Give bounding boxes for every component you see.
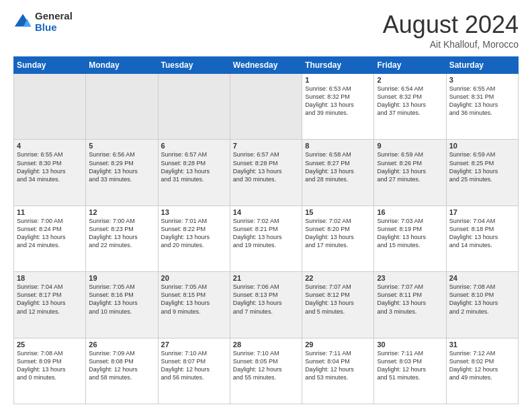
calendar-cell: 23Sunrise: 7:07 AM Sunset: 8:11 PM Dayli… bbox=[374, 272, 446, 338]
day-number: 3 bbox=[449, 76, 515, 84]
day-content: Sunrise: 7:11 AM Sunset: 8:04 PM Dayligh… bbox=[305, 349, 371, 382]
calendar-cell: 11Sunrise: 7:00 AM Sunset: 8:24 PM Dayli… bbox=[14, 205, 86, 271]
calendar-cell: 27Sunrise: 7:10 AM Sunset: 8:07 PM Dayli… bbox=[158, 338, 230, 404]
calendar-cell bbox=[230, 74, 302, 140]
day-content: Sunrise: 6:56 AM Sunset: 8:29 PM Dayligh… bbox=[89, 150, 154, 183]
day-number: 5 bbox=[89, 142, 154, 150]
day-number: 29 bbox=[305, 340, 371, 349]
day-content: Sunrise: 7:00 AM Sunset: 8:23 PM Dayligh… bbox=[89, 217, 154, 250]
day-number: 12 bbox=[89, 208, 154, 216]
day-content: Sunrise: 6:54 AM Sunset: 8:32 PM Dayligh… bbox=[377, 85, 443, 118]
calendar-cell: 22Sunrise: 7:07 AM Sunset: 8:12 PM Dayli… bbox=[302, 272, 374, 338]
calendar-cell: 31Sunrise: 7:12 AM Sunset: 8:02 PM Dayli… bbox=[446, 338, 518, 404]
day-number: 21 bbox=[233, 274, 299, 282]
calendar-cell: 9Sunrise: 6:59 AM Sunset: 8:26 PM Daylig… bbox=[374, 140, 446, 205]
day-content: Sunrise: 7:06 AM Sunset: 8:13 PM Dayligh… bbox=[233, 283, 299, 316]
day-content: Sunrise: 7:09 AM Sunset: 8:08 PM Dayligh… bbox=[89, 349, 154, 382]
calendar-cell: 25Sunrise: 7:08 AM Sunset: 8:09 PM Dayli… bbox=[14, 338, 86, 404]
calendar-header: Sunday Monday Tuesday Wednesday Thursday… bbox=[14, 57, 519, 74]
day-number: 27 bbox=[161, 340, 227, 349]
col-monday: Monday bbox=[86, 57, 158, 74]
day-number: 10 bbox=[449, 142, 515, 150]
day-number: 28 bbox=[233, 340, 299, 349]
day-number: 6 bbox=[161, 142, 227, 150]
col-thursday: Thursday bbox=[302, 57, 374, 74]
calendar-week-3: 11Sunrise: 7:00 AM Sunset: 8:24 PM Dayli… bbox=[14, 205, 519, 271]
day-number: 4 bbox=[17, 142, 83, 150]
calendar-cell: 12Sunrise: 7:00 AM Sunset: 8:23 PM Dayli… bbox=[86, 205, 158, 271]
calendar-table: Sunday Monday Tuesday Wednesday Thursday… bbox=[13, 56, 519, 404]
logo-blue: Blue bbox=[35, 22, 73, 34]
day-content: Sunrise: 7:05 AM Sunset: 8:15 PM Dayligh… bbox=[161, 283, 227, 316]
day-number: 9 bbox=[377, 142, 443, 150]
day-number: 16 bbox=[377, 208, 443, 216]
day-number: 19 bbox=[89, 274, 154, 282]
day-number: 18 bbox=[17, 274, 83, 282]
col-saturday: Saturday bbox=[446, 57, 518, 74]
day-content: Sunrise: 7:10 AM Sunset: 8:07 PM Dayligh… bbox=[161, 349, 227, 382]
day-content: Sunrise: 7:03 AM Sunset: 8:19 PM Dayligh… bbox=[377, 217, 443, 250]
calendar-cell: 26Sunrise: 7:09 AM Sunset: 8:08 PM Dayli… bbox=[86, 338, 158, 404]
day-number: 2 bbox=[377, 76, 443, 84]
calendar-cell: 14Sunrise: 7:02 AM Sunset: 8:21 PM Dayli… bbox=[230, 205, 302, 271]
calendar-cell bbox=[158, 74, 230, 140]
day-content: Sunrise: 7:07 AM Sunset: 8:12 PM Dayligh… bbox=[305, 283, 371, 316]
day-content: Sunrise: 6:57 AM Sunset: 8:28 PM Dayligh… bbox=[233, 150, 299, 183]
day-content: Sunrise: 6:59 AM Sunset: 8:25 PM Dayligh… bbox=[449, 150, 515, 183]
calendar-cell: 17Sunrise: 7:04 AM Sunset: 8:18 PM Dayli… bbox=[446, 205, 518, 271]
day-number: 23 bbox=[377, 274, 443, 282]
calendar-week-5: 25Sunrise: 7:08 AM Sunset: 8:09 PM Dayli… bbox=[14, 338, 519, 404]
day-content: Sunrise: 7:11 AM Sunset: 8:03 PM Dayligh… bbox=[377, 349, 443, 382]
day-number: 11 bbox=[17, 208, 83, 216]
calendar-cell: 10Sunrise: 6:59 AM Sunset: 8:25 PM Dayli… bbox=[446, 140, 518, 205]
logo-icon bbox=[13, 13, 32, 32]
day-content: Sunrise: 7:07 AM Sunset: 8:11 PM Dayligh… bbox=[377, 283, 443, 316]
calendar-cell: 29Sunrise: 7:11 AM Sunset: 8:04 PM Dayli… bbox=[302, 338, 374, 404]
day-content: Sunrise: 7:02 AM Sunset: 8:20 PM Dayligh… bbox=[305, 217, 371, 250]
calendar-cell: 20Sunrise: 7:05 AM Sunset: 8:15 PM Dayli… bbox=[158, 272, 230, 338]
calendar-cell: 24Sunrise: 7:08 AM Sunset: 8:10 PM Dayli… bbox=[446, 272, 518, 338]
day-content: Sunrise: 6:57 AM Sunset: 8:28 PM Dayligh… bbox=[161, 150, 227, 183]
header: General Blue August 2024 Ait Khallouf, M… bbox=[13, 11, 519, 50]
day-content: Sunrise: 7:05 AM Sunset: 8:16 PM Dayligh… bbox=[89, 283, 154, 316]
day-content: Sunrise: 7:08 AM Sunset: 8:10 PM Dayligh… bbox=[449, 283, 515, 316]
calendar-cell: 3Sunrise: 6:55 AM Sunset: 8:31 PM Daylig… bbox=[446, 74, 518, 140]
day-content: Sunrise: 6:59 AM Sunset: 8:26 PM Dayligh… bbox=[377, 150, 443, 183]
month-year-title: August 2024 bbox=[383, 11, 519, 39]
calendar-cell: 15Sunrise: 7:02 AM Sunset: 8:20 PM Dayli… bbox=[302, 205, 374, 271]
day-number: 26 bbox=[89, 340, 154, 349]
day-content: Sunrise: 7:08 AM Sunset: 8:09 PM Dayligh… bbox=[17, 349, 83, 382]
calendar-cell: 19Sunrise: 7:05 AM Sunset: 8:16 PM Dayli… bbox=[86, 272, 158, 338]
location-subtitle: Ait Khallouf, Morocco bbox=[383, 39, 519, 50]
calendar-cell: 7Sunrise: 6:57 AM Sunset: 8:28 PM Daylig… bbox=[230, 140, 302, 205]
day-number: 31 bbox=[449, 340, 515, 349]
logo-text: General Blue bbox=[35, 11, 73, 33]
calendar-cell: 30Sunrise: 7:11 AM Sunset: 8:03 PM Dayli… bbox=[374, 338, 446, 404]
day-number: 13 bbox=[161, 208, 227, 216]
page: General Blue August 2024 Ait Khallouf, M… bbox=[0, 0, 532, 411]
col-sunday: Sunday bbox=[14, 57, 86, 74]
day-content: Sunrise: 7:12 AM Sunset: 8:02 PM Dayligh… bbox=[449, 349, 515, 382]
day-content: Sunrise: 6:53 AM Sunset: 8:32 PM Dayligh… bbox=[305, 85, 371, 118]
col-friday: Friday bbox=[374, 57, 446, 74]
calendar-cell bbox=[14, 74, 86, 140]
day-number: 20 bbox=[161, 274, 227, 282]
calendar-week-4: 18Sunrise: 7:04 AM Sunset: 8:17 PM Dayli… bbox=[14, 272, 519, 338]
day-number: 22 bbox=[305, 274, 371, 282]
day-number: 17 bbox=[449, 208, 515, 216]
day-number: 1 bbox=[305, 76, 371, 84]
calendar-cell: 8Sunrise: 6:58 AM Sunset: 8:27 PM Daylig… bbox=[302, 140, 374, 205]
calendar-cell: 18Sunrise: 7:04 AM Sunset: 8:17 PM Dayli… bbox=[14, 272, 86, 338]
logo-general: General bbox=[35, 11, 73, 22]
calendar-cell: 4Sunrise: 6:55 AM Sunset: 8:30 PM Daylig… bbox=[14, 140, 86, 205]
day-content: Sunrise: 7:00 AM Sunset: 8:24 PM Dayligh… bbox=[17, 217, 83, 250]
day-content: Sunrise: 6:55 AM Sunset: 8:30 PM Dayligh… bbox=[17, 150, 83, 183]
day-content: Sunrise: 7:10 AM Sunset: 8:05 PM Dayligh… bbox=[233, 349, 299, 382]
day-number: 7 bbox=[233, 142, 299, 150]
day-number: 24 bbox=[449, 274, 515, 282]
day-content: Sunrise: 6:55 AM Sunset: 8:31 PM Dayligh… bbox=[449, 85, 515, 118]
calendar-cell: 1Sunrise: 6:53 AM Sunset: 8:32 PM Daylig… bbox=[302, 74, 374, 140]
calendar-cell: 16Sunrise: 7:03 AM Sunset: 8:19 PM Dayli… bbox=[374, 205, 446, 271]
day-number: 14 bbox=[233, 208, 299, 216]
header-row: Sunday Monday Tuesday Wednesday Thursday… bbox=[14, 57, 519, 74]
